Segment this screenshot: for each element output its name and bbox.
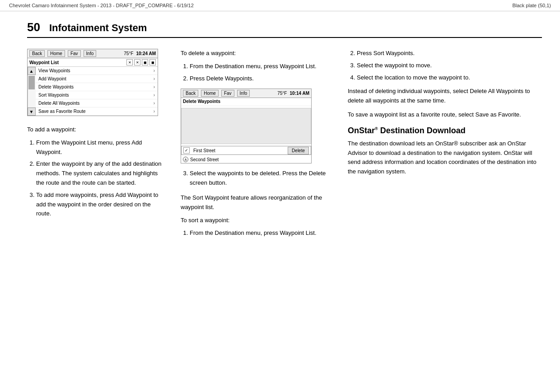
home-button[interactable]: Home: [47, 50, 65, 57]
menu-item-label: Sort Waypoints: [38, 93, 69, 98]
page-heading: 50 Infotainment System: [27, 20, 542, 38]
add-waypoint-text: To add a waypoint: From the Waypoint Lis…: [27, 125, 167, 219]
delete-waypoints-screen: Back Home Fav Info 75°F 10:14 AM Delete …: [181, 89, 312, 163]
back-button[interactable]: Back: [183, 90, 198, 97]
sort-steps: From the Destination menu, press Waypoin…: [181, 229, 334, 238]
page-content: 50 Infotainment System Back Home Fav Inf…: [0, 11, 560, 252]
add-waypoint-steps: From the Waypoint List menu, press Add W…: [27, 138, 167, 219]
scroll-down-arrow[interactable]: ▼: [28, 107, 36, 116]
menu-item-add-waypoint[interactable]: Add Waypoint ›: [36, 75, 158, 83]
icon-square1[interactable]: ◼: [142, 59, 148, 65]
scroll-up-arrow[interactable]: ▲: [28, 67, 36, 75]
main-columns: Back Home Fav Info 75°F 10:24 AM Waypoin…: [27, 49, 542, 243]
menu-item-delete-waypoints[interactable]: Delete Waypoints ›: [36, 83, 158, 91]
delete-steps: From the Destination menu, press Waypoin…: [181, 62, 334, 84]
home-button[interactable]: Home: [201, 90, 219, 97]
second-street-label: Second Street: [190, 157, 219, 162]
scroll-control: ▲ ▼: [28, 67, 36, 116]
icon-x1[interactable]: ✕: [126, 59, 133, 65]
menu-item-delete-all[interactable]: Delete All Waypoints ›: [36, 99, 158, 107]
screen-nav-bar: Back Home Fav Info 75°F 10:24 AM: [28, 49, 158, 58]
save-note: To save a waypoint list as a favorite ro…: [348, 110, 542, 120]
first-street-label: First Street: [191, 147, 288, 154]
time-display: 10:14 AM: [289, 91, 309, 96]
page-title: Infotainment System: [49, 22, 147, 34]
menu-arrow: ›: [154, 93, 155, 98]
menu-list: View Waypoints › Add Waypoint › Delete W…: [36, 67, 158, 116]
screen-title-bar: Waypoint List ✕ ✕ ◼ ◼: [28, 58, 158, 67]
add-step-1: From the Waypoint List menu, press Add W…: [36, 138, 167, 157]
fav-button[interactable]: Fav: [221, 90, 234, 97]
delete-screen-nav-bar: Back Home Fav Info 75°F 10:14 AM: [181, 89, 311, 98]
delete-screen-title: Delete Waypoints: [181, 98, 311, 106]
icon-square2[interactable]: ◼: [149, 59, 156, 65]
menu-item-label: View Waypoints: [38, 68, 70, 73]
first-street-row[interactable]: ✓ First Street Delete: [181, 146, 311, 155]
add-step-2: Enter the waypoint by any of the add des…: [36, 159, 167, 187]
info-button[interactable]: Info: [84, 50, 97, 57]
header-right-text: Black plate (50,1): [512, 3, 551, 8]
waypoint-list-screen: Back Home Fav Info 75°F 10:24 AM Waypoin…: [27, 49, 158, 116]
delete-step-1: From the Destination menu, press Waypoin…: [190, 62, 334, 71]
screen-icon-group: ✕ ✕ ◼ ◼: [126, 59, 156, 65]
menu-arrow: ›: [154, 109, 155, 114]
delete-map-area: [181, 108, 311, 144]
right-column: Press Sort Waypoints. Select the waypoin…: [348, 49, 542, 243]
menu-item-sort-waypoints[interactable]: Sort Waypoints ›: [36, 91, 158, 99]
add-waypoint-heading: To add a waypoint:: [27, 125, 167, 135]
screen-title: Waypoint List: [29, 60, 59, 65]
menu-item-view-waypoints[interactable]: View Waypoints ›: [36, 67, 158, 75]
delete-step-2: Press Delete Waypoints.: [190, 74, 334, 84]
delete-waypoint-text-bottom: Select the waypoints to be deleted. Pres…: [181, 169, 334, 238]
delete-note: Instead of deleting individual waypoints…: [348, 87, 542, 106]
first-street-checkbox[interactable]: ✓: [183, 147, 190, 154]
sort-step-2: Press Sort Waypoints.: [357, 49, 542, 58]
scroll-thumb[interactable]: [28, 76, 35, 89]
menu-item-label: Delete Waypoints: [38, 84, 74, 89]
menu-arrow: ›: [154, 76, 155, 81]
left-column: Back Home Fav Info 75°F 10:24 AM Waypoin…: [27, 49, 167, 243]
sort-heading: To sort a waypoint:: [181, 216, 334, 225]
fav-button[interactable]: Fav: [68, 50, 81, 57]
menu-item-label: Save as Favorite Route: [38, 109, 86, 114]
menu-item-label: Add Waypoint: [38, 76, 66, 81]
menu-item-save-favorite[interactable]: Save as Favorite Route ›: [36, 107, 158, 116]
temperature-display: 75°F: [124, 51, 133, 56]
second-street-row[interactable]: A Second Street: [181, 156, 311, 163]
menu-arrow: ›: [154, 101, 155, 106]
sort-steps-continued: Press Sort Waypoints. Select the waypoin…: [348, 49, 542, 82]
menu-arrow: ›: [154, 68, 155, 73]
waypoint-icon: A: [183, 157, 188, 162]
add-step-3: To add more waypoints, press Add Waypoin…: [36, 191, 167, 219]
delete-waypoint-text-top: To delete a waypoint: From the Destinati…: [181, 49, 334, 83]
page-header: Chevrolet Camaro Infotainment System - 2…: [0, 0, 560, 11]
sort-step-3: Select the waypoint to move.: [357, 61, 542, 70]
sort-step-4: Select the location to move the waypoint…: [357, 73, 542, 83]
delete-step-3: Select the waypoints to be deleted. Pres…: [190, 169, 334, 188]
info-button[interactable]: Info: [237, 90, 250, 97]
onstar-heading-text: OnStar® Destination Download: [348, 126, 466, 135]
page-number: 50: [27, 20, 40, 34]
delete-heading: To delete a waypoint:: [181, 49, 334, 58]
sort-step-1: From the Destination menu, press Waypoin…: [190, 229, 334, 238]
screen-body: ▲ ▼ View Waypoints › Add Waypoint: [28, 67, 158, 116]
onstar-heading: OnStar® Destination Download: [348, 126, 542, 135]
onstar-body: The destination download lets an OnStar®…: [348, 139, 542, 177]
menu-item-label: Delete All Waypoints: [38, 101, 79, 106]
icon-x2[interactable]: ✕: [134, 59, 140, 65]
middle-column: To delete a waypoint: From the Destinati…: [181, 49, 334, 243]
delete-button[interactable]: Delete: [288, 147, 309, 154]
sort-intro: The Sort Waypoint feature allows reorgan…: [181, 193, 334, 212]
header-left-text: Chevrolet Camaro Infotainment System - 2…: [9, 3, 194, 8]
delete-steps-continued: Select the waypoints to be deleted. Pres…: [181, 169, 334, 188]
scroll-track: [28, 75, 36, 107]
registered-mark: ®: [375, 126, 378, 131]
temperature-display: 75°F: [277, 91, 287, 96]
menu-arrow: ›: [154, 84, 155, 89]
time-display: 10:24 AM: [136, 51, 156, 56]
back-button[interactable]: Back: [29, 50, 45, 57]
